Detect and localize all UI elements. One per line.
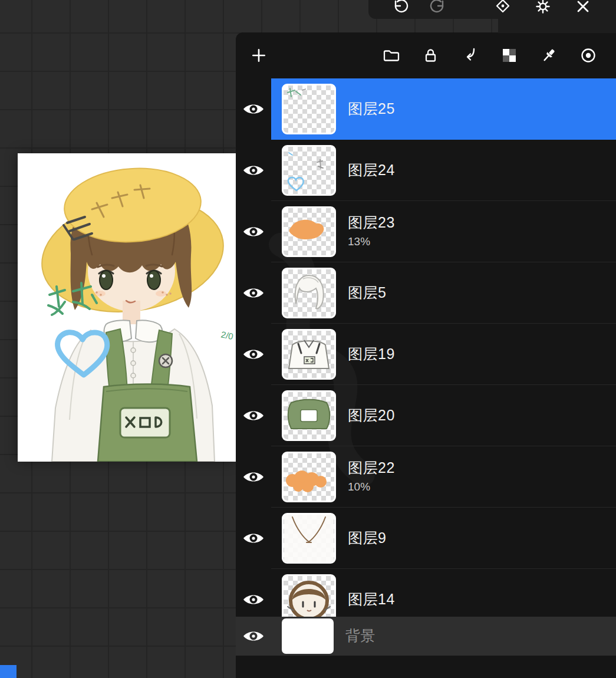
close-icon[interactable] bbox=[575, 0, 591, 17]
layer-list: 图层25 图层24 bbox=[236, 78, 616, 630]
layer-name: 背景 bbox=[345, 628, 375, 644]
eye-icon bbox=[242, 285, 265, 301]
layer-name: 图层9 bbox=[348, 530, 386, 547]
layer-name: 图层24 bbox=[348, 162, 395, 179]
lock-icon[interactable] bbox=[421, 47, 439, 64]
layer-name: 图层22 bbox=[348, 460, 395, 476]
layer-row-9[interactable]: 图层9 bbox=[236, 508, 616, 569]
undo-icon[interactable] bbox=[392, 0, 409, 17]
layer-row-19[interactable]: 图层19 bbox=[236, 324, 616, 385]
drawing-canvas[interactable]: 2/0 bbox=[18, 153, 236, 462]
pin-icon[interactable] bbox=[540, 47, 558, 64]
layer-thumbnail[interactable] bbox=[282, 390, 336, 441]
layer-row-background[interactable]: 背景 bbox=[236, 617, 616, 656]
visibility-toggle[interactable] bbox=[236, 140, 271, 201]
merge-down-icon[interactable] bbox=[461, 47, 479, 64]
layer-row-20[interactable]: 图层20 bbox=[236, 385, 616, 446]
eye-icon bbox=[242, 531, 265, 546]
layer-thumbnail[interactable] bbox=[282, 513, 336, 564]
layer-name: 图层20 bbox=[348, 407, 395, 424]
visibility-toggle[interactable] bbox=[236, 385, 271, 446]
artwork: 2/0 bbox=[18, 153, 236, 462]
eye-icon bbox=[242, 347, 265, 362]
eye-icon bbox=[242, 408, 265, 423]
visibility-toggle[interactable] bbox=[236, 446, 271, 508]
canvas-annotation: 2/0 bbox=[220, 329, 234, 341]
layer-row-22[interactable]: 图层22 10% bbox=[236, 446, 616, 508]
bottom-left-blue-button[interactable] bbox=[0, 665, 17, 678]
layer-name: 图层5 bbox=[348, 285, 386, 301]
layer-row-24[interactable]: 图层24 bbox=[236, 140, 616, 201]
layer-thumbnail[interactable] bbox=[282, 452, 336, 502]
layers-panel: 图层25 图层24 bbox=[236, 32, 616, 678]
eye-icon bbox=[242, 101, 265, 117]
layer-name: 图层14 bbox=[348, 591, 395, 608]
visibility-toggle[interactable] bbox=[236, 628, 271, 644]
visibility-toggle[interactable] bbox=[236, 262, 271, 324]
eye-icon bbox=[242, 163, 265, 178]
add-layer-button[interactable] bbox=[250, 47, 268, 64]
eye-icon bbox=[242, 469, 265, 485]
layer-thumbnail[interactable] bbox=[282, 268, 336, 318]
tag-icon[interactable] bbox=[495, 0, 511, 17]
eye-icon bbox=[242, 224, 265, 239]
layers-toolbar bbox=[236, 32, 616, 78]
top-toolbar bbox=[368, 0, 616, 19]
checkerboard-transparency-icon[interactable] bbox=[500, 47, 518, 64]
visibility-toggle[interactable] bbox=[236, 201, 271, 262]
clipping-icon[interactable] bbox=[579, 47, 597, 64]
layer-thumbnail[interactable] bbox=[282, 618, 334, 654]
layer-thumbnail[interactable] bbox=[282, 206, 336, 257]
settings-gear-icon[interactable] bbox=[535, 0, 551, 17]
redo-icon[interactable] bbox=[430, 0, 446, 17]
layer-thumbnail[interactable] bbox=[282, 84, 336, 134]
layer-row-5[interactable]: 图层5 bbox=[236, 262, 616, 324]
layer-opacity: 13% bbox=[348, 235, 395, 248]
eye-icon bbox=[242, 592, 265, 607]
layer-name: 图层25 bbox=[348, 101, 395, 117]
visibility-toggle[interactable] bbox=[236, 78, 271, 140]
layer-row-23[interactable]: 图层23 13% bbox=[236, 201, 616, 262]
visibility-toggle[interactable] bbox=[236, 324, 271, 385]
layer-row-25[interactable]: 图层25 bbox=[236, 78, 616, 140]
layer-thumbnail[interactable] bbox=[282, 145, 336, 196]
folder-icon[interactable] bbox=[382, 47, 400, 64]
layer-thumbnail[interactable] bbox=[282, 329, 336, 380]
layer-opacity: 10% bbox=[348, 480, 395, 493]
layer-name: 图层19 bbox=[348, 346, 395, 363]
eye-icon bbox=[242, 628, 265, 644]
visibility-toggle[interactable] bbox=[236, 508, 271, 569]
layer-name: 图层23 bbox=[348, 215, 395, 231]
